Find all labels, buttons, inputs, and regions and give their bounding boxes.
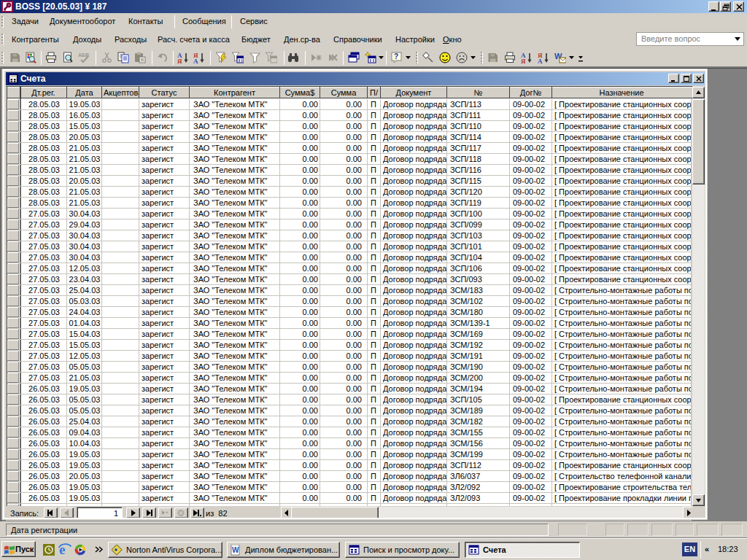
svg-text:Я: Я [177, 58, 182, 63]
svg-text:А: А [538, 58, 543, 63]
svg-text:Я: Я [521, 58, 526, 63]
svg-text:А: А [193, 58, 198, 63]
svg-text:?: ? [394, 52, 398, 61]
svg-text:W: W [232, 546, 239, 554]
